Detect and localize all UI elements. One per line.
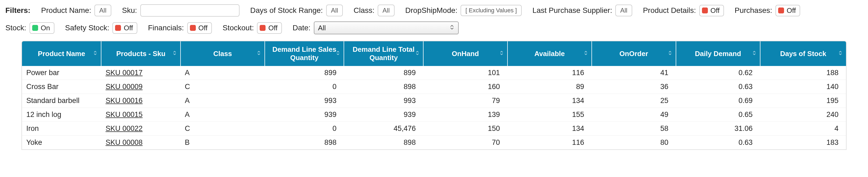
- cell-sku: SKU 00016: [101, 94, 180, 108]
- filter-product-details-label: Product Details:: [643, 6, 696, 15]
- filter-product-name-label: Product Name:: [41, 6, 91, 15]
- cell-onorder: 36: [592, 80, 676, 94]
- table-header: Product NameProducts - SkuClassDemand Li…: [22, 41, 846, 66]
- filter-last-supplier-label: Last Purchase Supplier:: [532, 6, 612, 15]
- sku-link[interactable]: SKU 00008: [105, 138, 143, 146]
- filter-last-supplier: Last Purchase Supplier: All: [532, 5, 632, 17]
- square-icon: [778, 7, 784, 13]
- square-icon: [190, 25, 196, 31]
- column-header[interactable]: Class: [181, 41, 265, 66]
- toggle-purchases[interactable]: Off: [775, 5, 800, 17]
- cell-available: 89: [507, 80, 592, 94]
- filter-financials: Financials: Off: [148, 22, 212, 34]
- cell-class: A: [181, 94, 265, 108]
- cell-demand-total-qty: 899: [344, 66, 423, 80]
- filters-label: Filters:: [5, 6, 30, 15]
- column-header[interactable]: Daily Demand: [676, 41, 760, 66]
- cell-daily-demand: 0.63: [676, 136, 760, 150]
- toggle-stock-state: On: [41, 24, 50, 32]
- table-row: Cross BarSKU 00009C089816089360.63140: [22, 80, 846, 94]
- cell-sku: SKU 00022: [101, 122, 180, 136]
- sku-link[interactable]: SKU 00017: [105, 69, 143, 77]
- cell-daily-demand: 0.63: [676, 80, 760, 94]
- column-header[interactable]: Product Name: [22, 41, 101, 66]
- filter-sku-input[interactable]: [140, 4, 240, 17]
- column-header[interactable]: Demand Line Total Quantity: [344, 41, 423, 66]
- cell-demand-sales-qty: 939: [265, 108, 344, 122]
- column-header-label: Available: [534, 50, 565, 58]
- filter-date-label: Date:: [292, 24, 311, 32]
- sku-link[interactable]: SKU 00016: [105, 96, 143, 105]
- filter-date: Date: All: [292, 22, 459, 34]
- filter-purchases-label: Purchases:: [735, 6, 772, 15]
- column-header[interactable]: Available: [507, 41, 592, 66]
- column-header[interactable]: Products - Sku: [101, 41, 180, 66]
- cell-product-name: Cross Bar: [22, 80, 101, 94]
- filter-purchases: Purchases: Off: [735, 5, 800, 17]
- sort-icon: [583, 50, 589, 58]
- filter-days-range-value[interactable]: All: [326, 5, 343, 17]
- cell-demand-total-qty: 898: [344, 80, 423, 94]
- column-header-label: Daily Demand: [695, 50, 741, 58]
- cell-days-of-stock: 195: [760, 94, 846, 108]
- filters-row-2: Stock: On Safety Stock: Off Financials: …: [5, 22, 863, 34]
- cell-available: 116: [507, 136, 592, 150]
- filter-class: Class: All: [353, 5, 394, 17]
- cell-demand-sales-qty: 899: [265, 66, 344, 80]
- filter-last-supplier-value[interactable]: All: [615, 5, 632, 17]
- table-row: Standard barbellSKU 00016A99399379134250…: [22, 94, 846, 108]
- cell-demand-total-qty: 45,476: [344, 122, 423, 136]
- cell-class: A: [181, 66, 265, 80]
- cell-sku: SKU 00017: [101, 66, 180, 80]
- cell-onhand: 101: [423, 66, 507, 80]
- square-icon: [32, 25, 38, 31]
- filter-class-value[interactable]: All: [378, 5, 395, 17]
- date-select-value: All: [318, 24, 326, 32]
- cell-demand-sales-qty: 0: [265, 122, 344, 136]
- column-header[interactable]: OnOrder: [592, 41, 676, 66]
- filter-stock-label: Stock:: [5, 24, 26, 32]
- column-header-label: Product Name: [38, 50, 85, 58]
- filter-days-range-label: Days of Stock Range:: [250, 6, 323, 15]
- cell-available: 116: [507, 66, 592, 80]
- data-table-container: Product NameProducts - SkuClassDemand Li…: [22, 41, 846, 150]
- cell-days-of-stock: 240: [760, 108, 846, 122]
- cell-daily-demand: 0.65: [676, 108, 760, 122]
- sku-link[interactable]: SKU 00009: [105, 83, 143, 91]
- sort-icon: [335, 50, 341, 58]
- sort-icon: [751, 50, 757, 58]
- toggle-stockout-state: Off: [268, 24, 277, 32]
- filter-dropship-value[interactable]: [ Excluding Values ]: [461, 5, 522, 16]
- toggle-product-details[interactable]: Off: [699, 5, 724, 17]
- toggle-stockout[interactable]: Off: [257, 22, 282, 34]
- cell-daily-demand: 0.62: [676, 66, 760, 80]
- cell-product-name: 12 inch log: [22, 108, 101, 122]
- column-header[interactable]: OnHand: [423, 41, 507, 66]
- cell-demand-total-qty: 898: [344, 136, 423, 150]
- toggle-financials[interactable]: Off: [187, 22, 212, 34]
- column-header-label: Class: [213, 50, 232, 58]
- cell-sku: SKU 00008: [101, 136, 180, 150]
- cell-available: 155: [507, 108, 592, 122]
- filters-row-1: Filters: Product Name: All Sku: Days of …: [5, 4, 863, 17]
- filter-product-name-value[interactable]: All: [94, 5, 111, 17]
- cell-demand-sales-qty: 0: [265, 80, 344, 94]
- cell-onorder: 25: [592, 94, 676, 108]
- filter-product-details: Product Details: Off: [643, 5, 724, 17]
- cell-onhand: 150: [423, 122, 507, 136]
- sort-icon: [256, 50, 262, 58]
- toggle-safety-stock[interactable]: Off: [113, 22, 137, 34]
- cell-onorder: 41: [592, 66, 676, 80]
- filter-financials-label: Financials:: [148, 24, 184, 32]
- sort-icon: [414, 50, 420, 58]
- column-header[interactable]: Demand Line Sales Quantity: [265, 41, 344, 66]
- cell-class: B: [181, 136, 265, 150]
- sku-link[interactable]: SKU 00015: [105, 111, 143, 119]
- column-header[interactable]: Days of Stock: [760, 41, 846, 66]
- toggle-stock[interactable]: On: [30, 22, 55, 34]
- square-icon: [115, 25, 121, 31]
- filter-dropship: DropShipMode: [ Excluding Values ]: [405, 5, 522, 16]
- filter-sku: Sku:: [122, 4, 240, 17]
- date-select[interactable]: All: [314, 22, 459, 34]
- sku-link[interactable]: SKU 00022: [105, 124, 143, 132]
